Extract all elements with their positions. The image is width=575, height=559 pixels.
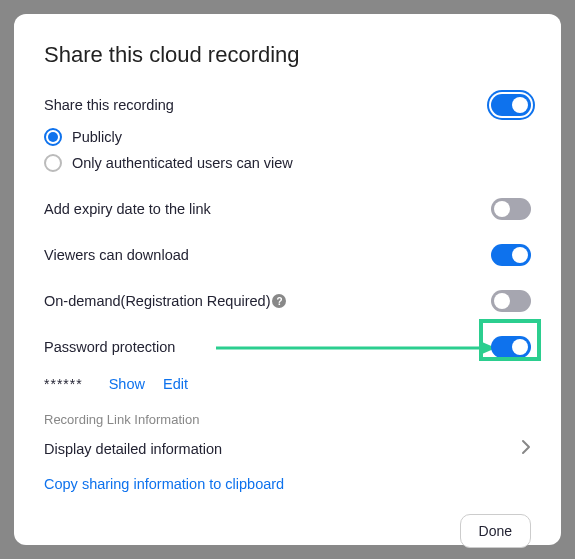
password-actions: ****** Show Edit (44, 370, 531, 402)
done-button[interactable]: Done (460, 514, 531, 548)
share-label: Share this recording (44, 97, 174, 113)
radio-publicly-label: Publicly (72, 129, 122, 145)
password-row: Password protection (44, 324, 531, 370)
link-info-heading: Recording Link Information (44, 402, 531, 431)
share-visibility-radios: Publicly Only authenticated users can vi… (44, 122, 531, 186)
download-label: Viewers can download (44, 247, 189, 263)
radio-authenticated-label: Only authenticated users can view (72, 155, 293, 171)
radio-icon (44, 154, 62, 172)
password-masked: ****** (44, 376, 83, 392)
password-edit-button[interactable]: Edit (163, 376, 188, 392)
download-row: Viewers can download (44, 232, 531, 278)
radio-icon (44, 128, 62, 146)
copy-sharing-info-button[interactable]: Copy sharing information to clipboard (44, 466, 531, 502)
annotation-arrow (216, 338, 496, 358)
radio-publicly[interactable]: Publicly (44, 124, 531, 150)
expiry-label: Add expiry date to the link (44, 201, 211, 217)
download-toggle[interactable] (491, 244, 531, 266)
display-detail-row[interactable]: Display detailed information (44, 431, 531, 466)
chevron-right-icon (521, 437, 531, 460)
ondemand-row: On-demand(Registration Required) ? (44, 278, 531, 324)
password-toggle[interactable] (491, 336, 531, 358)
display-detail-label: Display detailed information (44, 441, 222, 457)
expiry-toggle[interactable] (491, 198, 531, 220)
share-toggle[interactable] (491, 94, 531, 116)
help-icon[interactable]: ? (272, 294, 286, 308)
ondemand-toggle[interactable] (491, 290, 531, 312)
password-show-button[interactable]: Show (109, 376, 145, 392)
password-label: Password protection (44, 339, 175, 355)
modal-title: Share this cloud recording (44, 42, 531, 68)
modal-footer: Done (44, 502, 531, 548)
expiry-row: Add expiry date to the link (44, 186, 531, 232)
share-toggle-row: Share this recording (44, 88, 531, 122)
radio-authenticated[interactable]: Only authenticated users can view (44, 150, 531, 176)
ondemand-label-wrap: On-demand(Registration Required) ? (44, 293, 286, 309)
ondemand-label: On-demand(Registration Required) (44, 293, 270, 309)
share-recording-modal: Share this cloud recording Share this re… (14, 14, 561, 545)
